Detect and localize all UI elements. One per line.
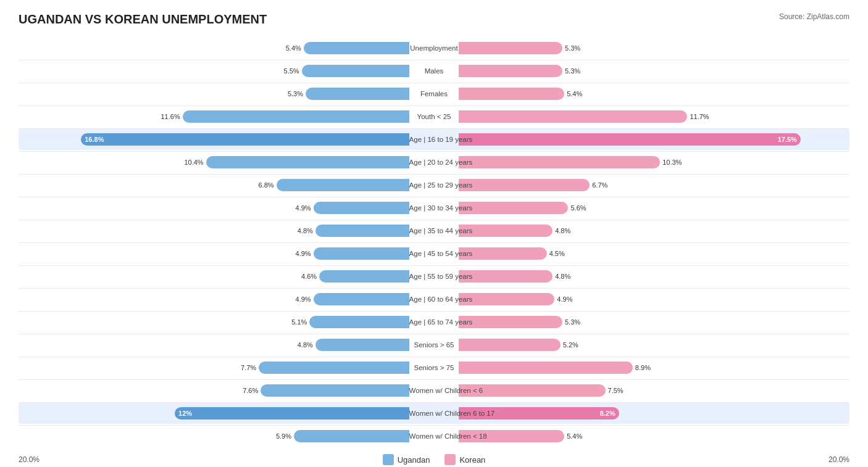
left-section: 11.6% [19, 106, 409, 127]
bar-left: 5.3% [306, 88, 409, 100]
bar-left: 7.6% [261, 384, 409, 397]
val-left: 5.9% [276, 432, 291, 440]
center-label: Age | 25 to 29 years [409, 181, 459, 189]
val-left: 11.6% [161, 113, 180, 120]
right-section: 17.5% [459, 129, 849, 150]
bar-container: 5.9% Women w/ Children < 18 5.4% [19, 426, 849, 447]
center-label: Youth < 25 [409, 113, 459, 120]
legend-ugandan-label: Ugandan [398, 455, 430, 465]
legend-korean-label: Korean [459, 455, 485, 465]
bar-container: 7.7% Seniors > 75 8.9% [19, 357, 849, 378]
val-right: 4.8% [555, 227, 570, 234]
right-section: 8.2% [459, 403, 849, 424]
center-label: Women w/ Children < 6 [409, 387, 459, 394]
val-right: 6.7% [592, 181, 607, 189]
left-section: 4.8% [19, 220, 409, 241]
table-row: 5.9% Women w/ Children < 18 5.4% [19, 426, 849, 447]
val-left: 4.9% [296, 295, 311, 303]
table-row: 4.9% Age | 30 to 34 years 5.6% [19, 197, 849, 218]
bar-container: 4.9% Age | 45 to 54 years 4.5% [19, 243, 849, 264]
center-label: Unemployment [409, 44, 459, 52]
right-section: 4.8% [459, 220, 849, 241]
bar-left: 12% [175, 407, 409, 419]
bar-container: 7.6% Women w/ Children < 6 7.5% [19, 380, 849, 401]
center-label: Age | 20 to 24 years [409, 159, 459, 166]
left-section: 4.8% [19, 334, 409, 355]
table-row: 4.9% Age | 45 to 54 years 4.5% [19, 243, 849, 264]
legend: Ugandan Korean [40, 454, 828, 465]
val-left: 10.4% [184, 159, 203, 166]
val-right: 8.9% [635, 364, 651, 371]
bar-right: 4.9% [459, 293, 554, 305]
bar-container: 16.8% Age | 16 to 19 years 17.5% [19, 129, 849, 150]
bar-right: 6.7% [459, 179, 590, 191]
right-section: 4.9% [459, 289, 849, 310]
table-row: 7.6% Women w/ Children < 6 7.5% [19, 380, 849, 401]
left-section: 5.3% [19, 83, 409, 104]
bar-left: 7.7% [259, 362, 409, 374]
bar-right: 5.3% [459, 42, 562, 54]
bar-left: 10.4% [206, 156, 409, 168]
scale-left: 20.0% [19, 455, 40, 464]
val-right: 5.2% [563, 341, 578, 349]
right-section: 5.3% [459, 38, 849, 59]
table-row: 5.5% Males 5.3% [19, 60, 849, 81]
table-row: 11.6% Youth < 25 11.7% [19, 106, 849, 127]
table-row: 4.9% Age | 60 to 64 years 4.9% [19, 289, 849, 310]
bar-left: 4.9% [314, 247, 409, 260]
bar-right: 8.9% [459, 362, 633, 374]
left-section: 4.9% [19, 197, 409, 218]
chart-area: 5.4% Unemployment 5.3% 5.5% Males [19, 38, 849, 447]
left-section: 5.4% [19, 38, 409, 59]
right-section: 4.8% [459, 266, 849, 287]
val-left: 5.1% [291, 318, 307, 326]
val-right: 10.3% [662, 159, 682, 166]
val-left: 4.6% [301, 273, 317, 280]
val-left: 5.4% [286, 44, 301, 52]
center-label: Women w/ Children < 18 [409, 432, 459, 440]
bar-container: 10.4% Age | 20 to 24 years 10.3% [19, 152, 849, 173]
table-row: 5.4% Unemployment 5.3% [19, 38, 849, 59]
right-section: 5.6% [459, 197, 849, 218]
center-label: Age | 30 to 34 years [409, 204, 459, 212]
val-left: 4.9% [296, 250, 311, 257]
table-row: 5.3% Females 5.4% [19, 83, 849, 104]
val-left: 7.7% [241, 364, 256, 371]
bar-right: 11.7% [459, 110, 687, 123]
bar-left: 5.1% [309, 316, 409, 328]
bar-container: 4.6% Age | 55 to 59 years 4.8% [19, 266, 849, 287]
center-label: Age | 65 to 74 years [409, 318, 459, 326]
right-section: 5.3% [459, 60, 849, 81]
val-left-inside: 12% [178, 410, 192, 417]
table-row: 12% Women w/ Children 6 to 17 8.2% [19, 403, 849, 424]
val-right: 7.5% [608, 387, 624, 394]
bar-right: 5.6% [459, 202, 568, 214]
bar-right: 5.4% [459, 88, 564, 100]
table-row: 4.8% Seniors > 65 5.2% [19, 334, 849, 355]
bar-container: 5.3% Females 5.4% [19, 83, 849, 104]
left-section: 16.8% [19, 129, 409, 150]
center-label: Seniors > 75 [409, 364, 459, 371]
left-section: 4.6% [19, 266, 409, 287]
right-section: 5.4% [459, 83, 849, 104]
bar-right: 10.3% [459, 156, 660, 168]
bar-container: 5.4% Unemployment 5.3% [19, 38, 849, 59]
center-label: Age | 60 to 64 years [409, 295, 459, 303]
val-right: 5.3% [565, 318, 580, 326]
val-left: 6.8% [258, 181, 273, 189]
val-left: 5.5% [284, 67, 299, 75]
bar-right: 5.3% [459, 65, 562, 77]
bar-container: 12% Women w/ Children 6 to 17 8.2% [19, 403, 849, 424]
bar-left: 4.9% [314, 293, 409, 305]
right-section: 5.2% [459, 334, 849, 355]
bar-container: 4.8% Age | 35 to 44 years 4.8% [19, 220, 849, 241]
left-section: 4.9% [19, 289, 409, 310]
bar-container: 6.8% Age | 25 to 29 years 6.7% [19, 175, 849, 196]
val-right: 4.9% [557, 295, 572, 303]
val-right-inside: 8.2% [600, 410, 616, 417]
bar-right: 4.8% [459, 225, 553, 237]
bar-container: 5.5% Males 5.3% [19, 60, 849, 81]
val-right: 4.8% [555, 273, 570, 280]
center-label: Age | 35 to 44 years [409, 227, 459, 234]
right-section: 4.5% [459, 243, 849, 264]
